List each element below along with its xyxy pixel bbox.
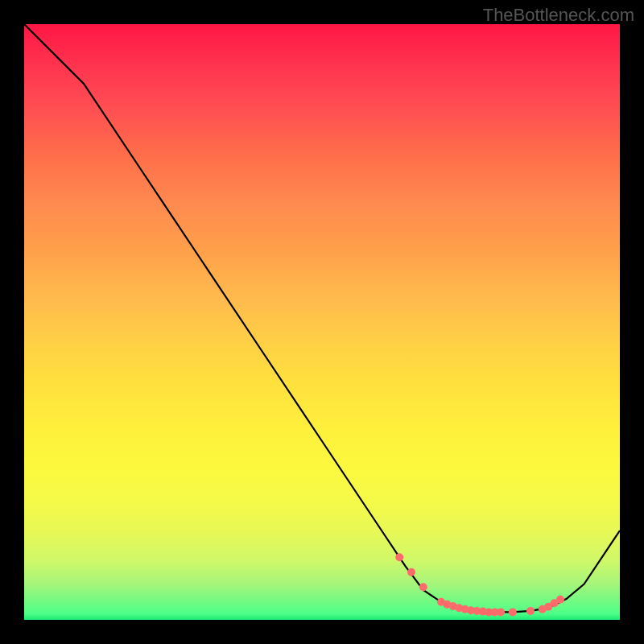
marker-dot (509, 608, 517, 616)
highlight-markers (395, 553, 564, 616)
marker-dot (556, 596, 564, 604)
marker-dot (407, 568, 415, 576)
marker-dot (419, 583, 427, 591)
marker-dot (526, 607, 535, 615)
plot-area (24, 24, 620, 620)
marker-dot (395, 553, 403, 561)
bottleneck-curve (24, 24, 620, 612)
marker-dot (497, 608, 505, 616)
chart-svg (24, 24, 620, 620)
watermark-text: TheBottleneck.com (483, 5, 634, 26)
